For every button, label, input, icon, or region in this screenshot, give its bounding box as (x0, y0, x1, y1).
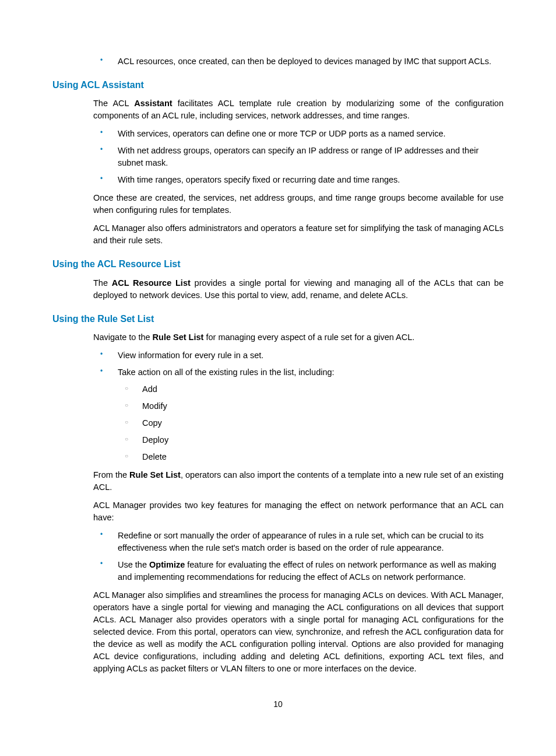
text: Redefine or sort manually the order of a… (118, 531, 484, 552)
bullet-list: Redefine or sort manually the order of a… (93, 530, 504, 583)
section-body: The ACL Assistant facilitates ACL templa… (52, 97, 504, 247)
text: View information for every rule in a set… (118, 351, 263, 360)
list-item: Delete (118, 451, 504, 463)
heading-using-acl-resource-list: Using the ACL Resource List (52, 257, 504, 271)
text: From the (93, 470, 129, 480)
text: Copy (142, 418, 162, 428)
text: Take action on all of the existing rules… (118, 368, 335, 377)
paragraph: Once these are created, the services, ne… (93, 192, 504, 216)
list-item: With net address groups, operators can s… (93, 145, 504, 169)
text: Deploy (142, 435, 168, 444)
list-item: With services, operators can define one … (93, 128, 504, 140)
paragraph: Navigate to the Rule Set List for managi… (93, 331, 504, 344)
paragraph: ACL Manager provides two key features fo… (93, 499, 504, 524)
list-item: Deploy (118, 434, 504, 446)
sub-list: Add Modify Copy Deploy Delete (118, 383, 504, 463)
text: With services, operators can define one … (118, 129, 446, 138)
intro-bullet-list: ACL resources, once created, can then be… (93, 55, 504, 68)
text: With time ranges, operators specify fixe… (118, 175, 400, 184)
bullet-list: View information for every rule in a set… (93, 349, 504, 463)
paragraph: From the Rule Set List, operators can al… (93, 469, 504, 494)
text: Modify (142, 401, 167, 411)
intro-block: ACL resources, once created, can then be… (52, 55, 504, 68)
list-item: ACL resources, once created, can then be… (93, 55, 504, 68)
section-body: Navigate to the Rule Set List for managi… (52, 331, 504, 675)
text: With net address groups, operators can s… (118, 146, 478, 167)
bullet-list: With services, operators can define one … (93, 128, 504, 186)
text: Delete (142, 452, 167, 461)
list-item: Redefine or sort manually the order of a… (93, 530, 504, 554)
list-item: With time ranges, operators specify fixe… (93, 174, 504, 186)
list-item: Take action on all of the existing rules… (93, 366, 504, 463)
list-item: Copy (118, 417, 504, 429)
text: for managing every aspect of a rule set … (203, 332, 414, 342)
list-item: View information for every rule in a set… (93, 349, 504, 362)
heading-using-rule-set-list: Using the Rule Set List (52, 312, 504, 326)
paragraph: ACL Manager also simplifies and streamli… (93, 589, 504, 675)
list-item: Use the Optimize feature for evaluating … (93, 559, 504, 583)
paragraph: The ACL Assistant facilitates ACL templa… (93, 97, 504, 122)
bold-text: ACL Resource List (112, 278, 191, 288)
document-page: ACL resources, once created, can then be… (0, 0, 556, 745)
text: The ACL (93, 99, 134, 108)
page-number: 10 (52, 698, 504, 710)
text: Navigate to the (93, 332, 153, 342)
list-item: Add (118, 383, 504, 396)
text: ACL resources, once created, can then be… (118, 57, 491, 66)
bold-text: Optimize (149, 560, 185, 569)
text: The (93, 278, 112, 288)
list-item: Modify (118, 400, 504, 412)
text: Use the (118, 560, 149, 569)
bold-text: Assistant (134, 99, 172, 108)
section-body: The ACL Resource List provides a single … (52, 277, 504, 302)
heading-using-acl-assistant: Using ACL Assistant (52, 78, 504, 92)
bold-text: Rule Set List (129, 470, 181, 480)
text: Add (142, 384, 157, 394)
bold-text: Rule Set List (153, 332, 204, 342)
paragraph: ACL Manager also offers administrators a… (93, 222, 504, 247)
paragraph: The ACL Resource List provides a single … (93, 277, 504, 302)
